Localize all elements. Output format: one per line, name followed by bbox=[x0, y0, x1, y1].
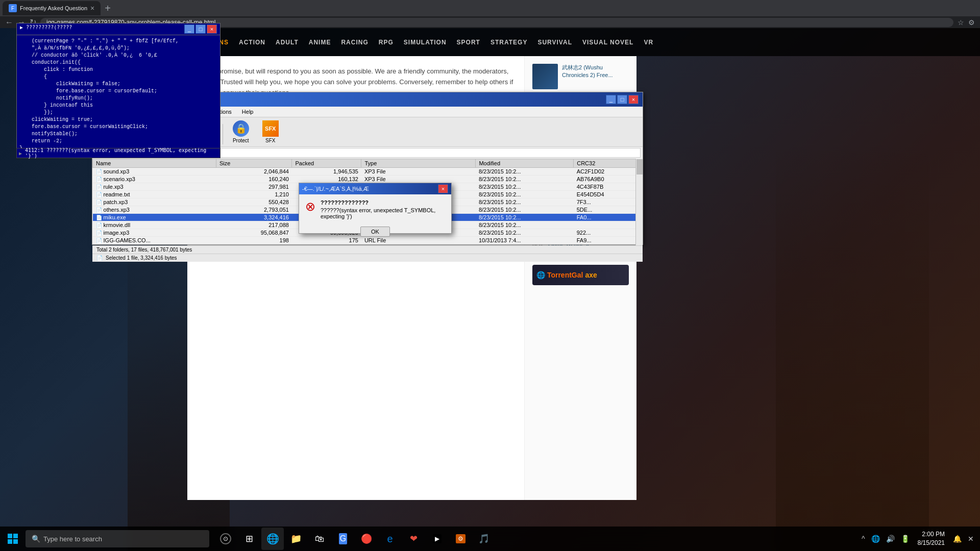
file-modified: 8/23/2015 10:2... bbox=[476, 244, 574, 246]
code-line-4: // conductor äô 'click' .0,À '0,¿ 6 '0,£ bbox=[19, 52, 217, 59]
nav-item-adult[interactable]: ADULT bbox=[276, 39, 299, 46]
error-title-text: -€—.`|/L/.~,ÆA`S,À,|%ä,Æ bbox=[302, 186, 369, 192]
winrar-minimize-button[interactable]: _ bbox=[606, 95, 616, 104]
battery-icon[interactable]: 🔋 bbox=[899, 533, 912, 545]
nav-item-simulation[interactable]: SIMULATION bbox=[404, 39, 447, 46]
file-name: 📄 others.xp3 bbox=[93, 206, 216, 214]
table-row[interactable]: 📄 foimage.xp3 144,475,802 91,385,558 XP3… bbox=[93, 244, 643, 246]
heart-icon: ❤ bbox=[410, 533, 418, 544]
col-header-crc32[interactable]: CRC32 bbox=[574, 159, 643, 168]
browser-tab[interactable]: F Frequently Asked Question × bbox=[3, 1, 101, 15]
svg-rect-2 bbox=[8, 539, 12, 544]
winrar-scroll-thumb[interactable] bbox=[636, 159, 643, 174]
taskbar-terminal-button[interactable]: ▶ bbox=[426, 528, 448, 550]
toolbar-protect-button[interactable]: 🔒 Protect bbox=[228, 119, 254, 144]
code-line-13: clickWaiting = true; bbox=[19, 116, 217, 123]
nav-item-survival[interactable]: SURVIVAL bbox=[537, 39, 572, 46]
nav-item-sport[interactable]: SPORT bbox=[457, 39, 480, 46]
winrar-status-text: Selected 1 file, 3,324,416 bytes bbox=[106, 255, 177, 261]
file-packed: 1,946,535 bbox=[292, 168, 361, 176]
file-crc: FA0... bbox=[574, 214, 643, 221]
winrar-scrollbar[interactable] bbox=[635, 159, 643, 245]
error-ok-button[interactable]: OK bbox=[360, 227, 390, 237]
nav-item-action[interactable]: ACTION bbox=[239, 39, 265, 46]
task-view-icon: ⊞ bbox=[246, 533, 253, 544]
nav-item-anime[interactable]: ANIME bbox=[309, 39, 331, 46]
extensions-button[interactable]: ⚙ bbox=[968, 18, 975, 27]
torrent-logo-text: 🌐 TorrentGal bbox=[536, 271, 583, 279]
col-header-size[interactable]: Size bbox=[216, 159, 292, 168]
search-placeholder-text: Type here to search bbox=[43, 535, 102, 543]
code-line-8: clickWaiting = false; bbox=[19, 81, 217, 88]
code-line-11: } incontaof this bbox=[19, 102, 217, 109]
nav-item-visual-novel[interactable]: VISUAL NOVEL bbox=[582, 39, 633, 46]
start-button[interactable] bbox=[0, 527, 26, 551]
close-icon[interactable]: ✕ bbox=[966, 533, 976, 545]
code-line-6: click : function bbox=[19, 66, 217, 73]
taskbar-explorer-button[interactable]: 📁 bbox=[285, 528, 307, 550]
taskbar-task-view-button[interactable]: ⊞ bbox=[238, 528, 260, 550]
winrar-menu-help[interactable]: Help bbox=[240, 108, 256, 116]
table-row[interactable]: 📄 scenario.xp3 160,240 160,132 XP3 File … bbox=[93, 176, 643, 183]
code-editor-body: (currentPage ? "-" : ".") + " " + fbfZ [… bbox=[17, 35, 220, 152]
code-line-2: ",À ä/N/sfbFN '0,¿£,£,£,0,ü,Ô"); bbox=[19, 45, 217, 52]
col-header-packed[interactable]: Packed bbox=[292, 159, 361, 168]
back-button[interactable]: ← bbox=[5, 18, 13, 27]
col-header-type[interactable]: Type bbox=[361, 159, 476, 168]
code-close-button[interactable]: × bbox=[207, 24, 217, 34]
taskbar-edge-button[interactable]: e bbox=[379, 528, 401, 550]
code-maximize-button[interactable]: □ bbox=[195, 24, 206, 34]
error-message: ?????????????? ??????(syntax error, unex… bbox=[321, 199, 445, 219]
taskbar-store-button[interactable]: 🛍 bbox=[308, 528, 331, 550]
code-line-15: notifyStable(); bbox=[19, 131, 217, 138]
file-crc: AFF... bbox=[574, 244, 643, 246]
error-close-button[interactable]: × bbox=[438, 184, 448, 193]
tab-close-button[interactable]: × bbox=[90, 4, 94, 12]
file-packed: 91,385,558 bbox=[292, 244, 361, 246]
col-header-name[interactable]: Name bbox=[93, 159, 216, 168]
table-row[interactable]: 📄 sound.xp3 2,046,844 1,946,535 XP3 File… bbox=[93, 168, 643, 176]
col-header-modified[interactable]: Modified bbox=[476, 159, 574, 168]
taskbar-heart-button[interactable]: ❤ bbox=[402, 528, 425, 550]
file-size: 217,088 bbox=[216, 221, 292, 229]
file-size: 95,068,847 bbox=[216, 229, 292, 237]
taskbar-cortana-button[interactable]: ⊙ bbox=[214, 528, 237, 550]
volume-icon[interactable]: 🔊 bbox=[884, 533, 897, 545]
winrar-total-info: Total 2 folders, 17 files, 418,767,001 b… bbox=[96, 247, 192, 253]
system-clock[interactable]: 2:00 PM 8/15/2021 bbox=[914, 530, 949, 547]
protect-icon: 🔒 bbox=[233, 120, 249, 137]
new-tab-button[interactable]: + bbox=[101, 3, 115, 14]
winrar-maximize-button[interactable]: □ bbox=[617, 95, 627, 104]
nav-item-racing[interactable]: RACING bbox=[341, 39, 368, 46]
nav-item-rpg[interactable]: RPG bbox=[379, 39, 394, 46]
error-icon: ⊗ bbox=[305, 199, 315, 214]
svg-rect-0 bbox=[8, 534, 12, 538]
network-icon[interactable]: 🌐 bbox=[869, 533, 882, 545]
show-hidden-icon[interactable]: ^ bbox=[860, 533, 867, 545]
list-item[interactable]: 武林志2 (Wushu Chronicles 2) Free... bbox=[532, 64, 629, 89]
file-size: 160,240 bbox=[216, 176, 292, 183]
taskbar-music-button[interactable]: 🎵 bbox=[473, 528, 495, 550]
winrar-close-button[interactable]: × bbox=[628, 95, 639, 104]
error-line2: ??????(syntax error, unexpected T_SYMBOL… bbox=[321, 207, 445, 219]
file-crc: 7F3... bbox=[574, 198, 643, 206]
nav-item-vr[interactable]: VR bbox=[644, 39, 653, 46]
file-size: 198 bbox=[216, 237, 292, 244]
toolbar-sfx-button[interactable]: SFX SFX bbox=[258, 119, 283, 144]
taskbar-app1-button[interactable]: 🔴 bbox=[355, 528, 378, 550]
search-icon: 🔍 bbox=[32, 535, 40, 543]
file-crc bbox=[574, 221, 643, 229]
taskbar-search-bar[interactable]: 🔍 Type here to search bbox=[26, 530, 209, 547]
toolbar-separator-1 bbox=[223, 124, 223, 144]
nav-item-strategy[interactable]: STRATEGY bbox=[491, 39, 527, 46]
torrent-galaxy-logo[interactable]: 🌐 TorrentGal axe bbox=[532, 265, 629, 285]
taskbar-game-button[interactable]: G bbox=[332, 528, 354, 550]
taskbar-chrome-button[interactable]: 🌐 bbox=[261, 528, 284, 550]
file-packed: 160,132 bbox=[292, 176, 361, 183]
file-size: 550,428 bbox=[216, 198, 292, 206]
notifications-icon[interactable]: 🔔 bbox=[951, 533, 964, 545]
system-tray: ^ 🌐 🔊 🔋 2:00 PM 8/15/2021 🔔 ✕ bbox=[860, 530, 980, 547]
taskbar-app2-button[interactable]: ⚙ bbox=[449, 528, 472, 550]
code-minimize-button[interactable]: _ bbox=[184, 24, 194, 34]
bookmark-button[interactable]: ☆ bbox=[958, 18, 964, 27]
